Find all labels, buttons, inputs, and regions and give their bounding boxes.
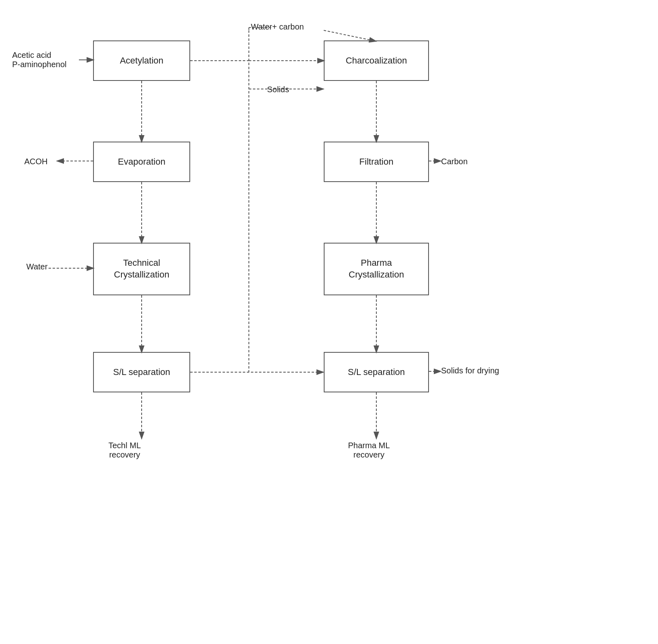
solids-label: Solids xyxy=(267,85,289,94)
acetic-acid-label: Acetic acidP-aminophenol xyxy=(12,51,67,69)
svg-line-13 xyxy=(324,30,376,41)
sl-sep-pharma-box: S/L separation xyxy=(324,352,429,392)
evaporation-box: Evaporation xyxy=(93,142,190,182)
pharma-ml-label: Pharma MLrecovery xyxy=(348,441,390,460)
carbon-label: Carbon xyxy=(441,157,468,166)
techl-ml-label: Techl MLrecovery xyxy=(108,441,141,460)
charcoal-box: Charcoalization xyxy=(324,40,429,81)
solids-drying-label: Solids for drying xyxy=(441,366,499,375)
acoh-label: ACOH xyxy=(24,157,48,166)
acetylation-box: Acetylation xyxy=(93,40,190,81)
flow-arrows xyxy=(0,0,658,644)
filtration-box: Filtration xyxy=(324,142,429,182)
pharma-cryst-box: PharmaCrystallization xyxy=(324,243,429,295)
water-carbon-label: Water+ carbon xyxy=(251,22,304,32)
diagram-container: Acetylation Evaporation TechnicalCrystal… xyxy=(0,0,658,644)
tech-cryst-box: TechnicalCrystallization xyxy=(93,243,190,295)
water-label: Water xyxy=(26,262,48,271)
sl-sep-tech-box: S/L separation xyxy=(93,352,190,392)
